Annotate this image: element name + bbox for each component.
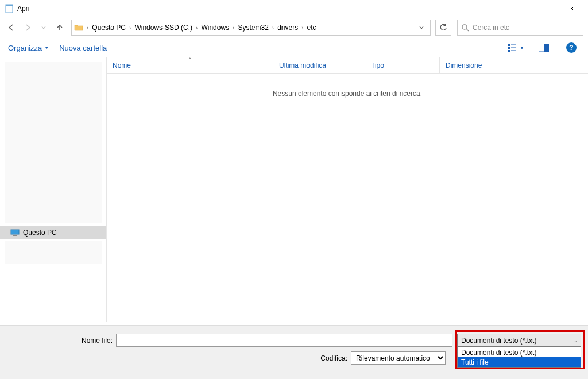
- column-modified-label: Ultima modifica: [279, 61, 326, 69]
- nav-row: › Questo PC › Windows-SSD (C:) › Windows…: [0, 17, 588, 38]
- crumb-system32[interactable]: System32: [235, 24, 270, 32]
- recent-dropdown[interactable]: [37, 21, 51, 34]
- chevron-right-icon[interactable]: ›: [231, 25, 235, 31]
- sort-asc-icon: ⌃: [188, 57, 192, 63]
- organize-label: Organizza: [8, 44, 42, 52]
- side-placeholder2: [5, 241, 102, 264]
- filetype-option-txt[interactable]: Documenti di testo (*.txt): [458, 347, 581, 357]
- side-placeholder: [5, 62, 102, 223]
- crumb-windows[interactable]: Windows: [199, 24, 231, 32]
- app-icon: [5, 4, 14, 13]
- column-headers: Nome ⌃ Ultima modifica Tipo Dimensione: [107, 57, 588, 74]
- up-button[interactable]: [53, 21, 67, 34]
- sidebar-item-thispc[interactable]: Questo PC: [0, 226, 106, 239]
- forward-button[interactable]: [21, 21, 34, 34]
- search-icon: [461, 24, 469, 32]
- column-size-label: Dimensione: [446, 61, 482, 69]
- organize-menu[interactable]: Organizza ▼: [8, 44, 49, 52]
- chevron-right-icon[interactable]: ›: [128, 25, 132, 31]
- svg-line-5: [466, 29, 469, 31]
- svg-point-4: [462, 25, 467, 29]
- filetype-dropdown: Documenti di testo (*.txt) Tutti i file: [457, 347, 581, 368]
- chevron-right-icon[interactable]: ›: [195, 25, 199, 31]
- navigation-pane[interactable]: Questo PC: [0, 57, 107, 322]
- filetype-selected: Documenti di testo (*.txt): [461, 337, 536, 345]
- titlebar: Apri: [0, 0, 588, 17]
- breadcrumb[interactable]: › Questo PC › Windows-SSD (C:) › Windows…: [71, 20, 431, 36]
- svg-rect-15: [13, 235, 17, 236]
- column-type[interactable]: Tipo: [365, 57, 440, 73]
- column-modified[interactable]: Ultima modifica: [273, 57, 365, 73]
- command-bar: Organizza ▼ Nuova cartella ▼ ?: [0, 38, 588, 57]
- filetype-combo[interactable]: Documenti di testo (*.txt) ⌄: [457, 334, 581, 347]
- search-input[interactable]: Cerca in etc: [457, 20, 583, 36]
- back-button[interactable]: [5, 21, 18, 34]
- column-size[interactable]: Dimensione: [440, 57, 503, 73]
- column-type-label: Tipo: [371, 61, 384, 69]
- filetype-option-all[interactable]: Tutti i file: [458, 357, 581, 367]
- dropdown-arrow-icon: ▼: [44, 45, 49, 51]
- chevron-right-icon[interactable]: ›: [271, 25, 275, 31]
- filename-input[interactable]: [116, 334, 452, 347]
- crumb-drivers[interactable]: drivers: [275, 24, 300, 32]
- help-button[interactable]: ?: [563, 41, 580, 55]
- column-name-label: Nome: [113, 61, 131, 69]
- encoding-select[interactable]: Rilevamento automatico: [351, 351, 446, 365]
- crumb-etc[interactable]: etc: [305, 24, 319, 32]
- encoding-label: Codifica:: [320, 354, 351, 362]
- svg-rect-6: [508, 44, 510, 46]
- sidebar-thispc-label: Questo PC: [23, 229, 57, 237]
- main-area: Questo PC Nome ⌃ Ultima modifica Tipo Di…: [0, 57, 588, 322]
- chevron-down-icon: ⌄: [574, 338, 578, 343]
- file-list: Nome ⌃ Ultima modifica Tipo Dimensione N…: [107, 57, 588, 322]
- new-folder-button[interactable]: Nuova cartella: [59, 44, 107, 52]
- preview-pane-button[interactable]: [535, 41, 552, 55]
- help-icon: ?: [566, 42, 577, 53]
- crumb-thispc[interactable]: Questo PC: [90, 24, 128, 32]
- search-placeholder: Cerca in etc: [473, 24, 509, 32]
- close-button[interactable]: [560, 0, 583, 17]
- refresh-button[interactable]: [435, 20, 451, 36]
- svg-rect-14: [11, 230, 19, 234]
- chevron-down-icon[interactable]: [417, 25, 428, 30]
- column-name[interactable]: Nome ⌃: [107, 57, 273, 73]
- svg-rect-13: [544, 44, 549, 52]
- empty-message: Nessun elemento corrisponde ai criteri d…: [107, 74, 588, 98]
- bottom-panel: Nome file: Documenti di testo (*.txt) ⌄ …: [0, 325, 588, 379]
- view-options-button[interactable]: ▼: [508, 41, 525, 55]
- filename-label: Nome file:: [7, 337, 116, 345]
- crumb-drive[interactable]: Windows-SSD (C:): [132, 24, 195, 32]
- svg-rect-7: [508, 47, 510, 49]
- chevron-right-icon[interactable]: ›: [86, 25, 90, 31]
- window-title: Apri: [17, 5, 560, 13]
- thispc-icon: [10, 229, 20, 236]
- new-folder-label: Nuova cartella: [59, 44, 107, 52]
- svg-rect-1: [6, 5, 13, 6]
- folder-icon: [74, 23, 83, 32]
- svg-rect-8: [508, 50, 510, 52]
- chevron-right-icon[interactable]: ›: [300, 25, 304, 31]
